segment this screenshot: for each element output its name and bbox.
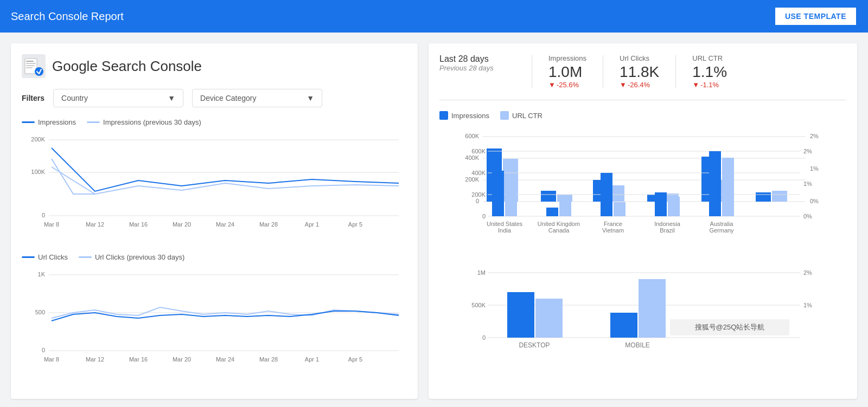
- svg-text:2%: 2%: [803, 148, 812, 154]
- country-filter[interactable]: Country ▼: [53, 89, 183, 107]
- impressions-chart-svg: 200K 100K 0 Mar 8 Mar 12 Mar: [22, 132, 407, 235]
- url-clicks-stat-label: Url Clicks: [620, 54, 659, 62]
- svg-text:Mar 28: Mar 28: [259, 356, 278, 363]
- url-clicks-down-arrow: ▼: [620, 81, 627, 89]
- stats-period: Last 28 days Previous 28 days: [439, 54, 515, 72]
- country-filter-label: Country: [61, 94, 88, 102]
- svg-text:600K: 600K: [465, 133, 479, 139]
- country-chart-legend: Impressions URL CTR: [439, 111, 846, 120]
- svg-text:600K: 600K: [471, 148, 486, 154]
- clicks-legend-previous: Url Clicks (previous 30 days): [79, 253, 184, 261]
- svg-rect-5: [26, 67, 33, 68]
- svg-rect-2: [26, 61, 34, 62]
- svg-text:Apr 1: Apr 1: [305, 356, 319, 363]
- svg-text:United States: United States: [487, 221, 523, 227]
- svg-rect-101: [610, 313, 637, 338]
- svg-rect-71: [505, 177, 517, 216]
- svg-rect-99: [535, 299, 563, 338]
- impressions-stat: Impressions 1.0M ▼ -25.6%: [548, 54, 586, 89]
- stats-last-label: Last 28 days: [439, 54, 515, 64]
- page-title: Search Console Report: [11, 10, 124, 23]
- impressions-bar-legend: Impressions: [439, 111, 489, 120]
- main-container: Google Search Console Filters Country ▼ …: [0, 33, 868, 407]
- svg-rect-98: [507, 292, 534, 338]
- impressions-stat-value: 1.0M: [548, 63, 586, 81]
- url-ctr-stat-label: URL CTR: [692, 54, 727, 62]
- url-clicks-stat: Url Clicks 11.8K ▼ -26.4%: [620, 54, 659, 89]
- device-filter-label: Device Category: [200, 94, 257, 102]
- gsc-title-row: Google Search Console: [22, 54, 407, 78]
- svg-text:0%: 0%: [803, 213, 812, 219]
- clicks-chart-svg: 1K 500 0 Mar 8 Mar 12 Mar 16 Mar 20: [22, 267, 407, 370]
- svg-text:500K: 500K: [471, 302, 486, 308]
- svg-text:Mar 20: Mar 20: [173, 356, 191, 363]
- svg-text:Indonesia: Indonesia: [654, 221, 681, 227]
- svg-text:1K: 1K: [38, 271, 46, 277]
- svg-text:Apr 1: Apr 1: [305, 221, 319, 228]
- svg-text:400K: 400K: [471, 170, 486, 176]
- clicks-chart-container: Url Clicks Url Clicks (previous 30 days)…: [22, 253, 407, 372]
- impressions-down-arrow: ▼: [548, 81, 556, 89]
- device-chart-svg: 1M 500K 0 2% 1% DESKTOP MOBILE: [439, 265, 846, 379]
- svg-rect-102: [639, 279, 666, 338]
- svg-text:Mar 12: Mar 12: [86, 221, 104, 228]
- svg-text:200K: 200K: [471, 191, 486, 198]
- svg-text:100K: 100K: [31, 169, 45, 175]
- impressions-legend-previous: Impressions (previous 30 days): [87, 118, 201, 126]
- svg-text:Canada: Canada: [548, 227, 570, 234]
- svg-text:200K: 200K: [31, 136, 45, 143]
- impressions-stat-change: ▼ -25.6%: [548, 81, 586, 89]
- svg-text:1%: 1%: [803, 180, 812, 187]
- svg-text:Apr 5: Apr 5: [348, 356, 362, 363]
- svg-text:Mar 20: Mar 20: [173, 221, 191, 228]
- svg-text:Mar 8: Mar 8: [44, 356, 59, 363]
- country-filter-chevron: ▼: [168, 94, 175, 102]
- svg-text:Mar 8: Mar 8: [44, 221, 59, 228]
- svg-point-6: [35, 67, 43, 76]
- svg-text:India: India: [498, 227, 512, 234]
- impressions-legend-current: Impressions: [22, 118, 76, 126]
- svg-text:Mar 12: Mar 12: [86, 356, 104, 363]
- clicks-legend-current: Url Clicks: [22, 253, 68, 261]
- svg-text:500: 500: [35, 309, 45, 315]
- svg-text:0: 0: [42, 212, 45, 218]
- svg-text:Mar 24: Mar 24: [216, 356, 234, 363]
- svg-rect-78: [601, 173, 612, 216]
- impressions-legend: Impressions Impressions (previous 30 day…: [22, 118, 407, 126]
- svg-text:DESKTOP: DESKTOP: [519, 341, 550, 349]
- svg-text:1%: 1%: [803, 302, 812, 308]
- url-ctr-stat-value: 1.1%: [692, 63, 727, 81]
- svg-text:France: France: [604, 221, 622, 227]
- svg-rect-74: [546, 208, 558, 216]
- url-ctr-down-arrow: ▼: [692, 81, 699, 89]
- svg-text:2%: 2%: [810, 133, 819, 139]
- country-bar-chart: Impressions URL CTR 600K 400K 200K 0 2% …: [439, 111, 846, 260]
- svg-text:Brazil: Brazil: [660, 227, 675, 234]
- svg-rect-3: [26, 63, 36, 64]
- gsc-icon: [22, 54, 46, 78]
- impressions-chart-container: Impressions Impressions (previous 30 day…: [22, 118, 407, 237]
- svg-rect-87: [722, 158, 734, 216]
- svg-text:0: 0: [482, 334, 486, 341]
- filters-row: Filters Country ▼ Device Category ▼: [22, 89, 407, 107]
- svg-text:0: 0: [42, 347, 45, 353]
- clicks-legend: Url Clicks Url Clicks (previous 30 days): [22, 253, 407, 261]
- svg-rect-70: [492, 171, 504, 216]
- svg-text:Australia: Australia: [710, 221, 734, 227]
- stats-previous-label: Previous 28 days: [439, 64, 515, 72]
- url-ctr-stat-change: ▼ -1.1%: [692, 81, 727, 89]
- svg-text:Mar 24: Mar 24: [216, 221, 234, 228]
- svg-rect-75: [559, 197, 571, 216]
- svg-text:MOBILE: MOBILE: [625, 341, 649, 349]
- impressions-stat-label: Impressions: [548, 54, 586, 62]
- right-panel: Last 28 days Previous 28 days Impression…: [429, 43, 857, 399]
- stats-row: Last 28 days Previous 28 days Impression…: [439, 54, 846, 100]
- country-chart-clean-svg: 600K 400K 200K 0 2% 1% 0% United States …: [439, 144, 846, 257]
- svg-text:Germany: Germany: [709, 227, 734, 234]
- svg-rect-82: [655, 192, 667, 216]
- filters-label: Filters: [22, 94, 44, 102]
- use-template-button[interactable]: USE TEMPLATE: [774, 7, 857, 26]
- device-filter[interactable]: Device Category ▼: [192, 89, 322, 107]
- svg-text:搜狐号@25Q站长导航: 搜狐号@25Q站长导航: [695, 323, 765, 331]
- svg-text:Vietnam: Vietnam: [602, 227, 624, 234]
